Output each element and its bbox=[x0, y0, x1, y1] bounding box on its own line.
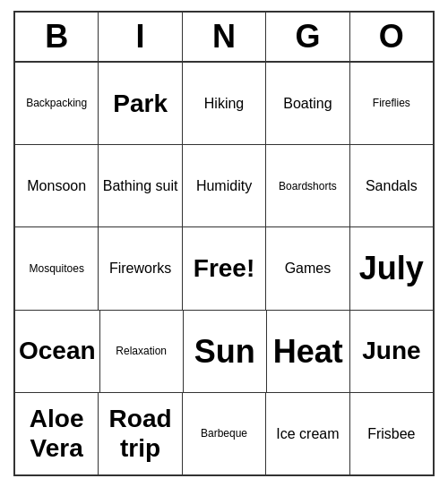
bingo-row-0: BackpackingParkHikingBoatingFireflies bbox=[15, 63, 433, 145]
bingo-cell-0-0: Backpacking bbox=[15, 63, 99, 144]
bingo-row-2: MosquitoesFireworksFree!GamesJuly bbox=[15, 227, 433, 310]
header-letter-O: O bbox=[350, 13, 433, 61]
bingo-cell-0-3: Boating bbox=[266, 63, 349, 144]
bingo-cell-1-1: Bathing suit bbox=[99, 145, 182, 226]
header-letter-B: B bbox=[15, 13, 99, 61]
bingo-cell-1-4: Sandals bbox=[350, 145, 433, 226]
bingo-cell-0-2: Hiking bbox=[183, 63, 266, 144]
bingo-grid: BackpackingParkHikingBoatingFirefliesMon… bbox=[15, 63, 433, 474]
bingo-cell-2-2: Free! bbox=[183, 227, 266, 309]
bingo-cell-2-3: Games bbox=[266, 227, 349, 309]
bingo-cell-3-3: Heat bbox=[267, 311, 350, 392]
bingo-cell-1-0: Monsoon bbox=[15, 145, 99, 226]
bingo-cell-1-3: Boardshorts bbox=[266, 145, 349, 226]
header-letter-I: I bbox=[99, 13, 182, 61]
bingo-cell-4-1: Road trip bbox=[99, 393, 182, 474]
bingo-cell-3-1: Relaxation bbox=[100, 311, 184, 392]
bingo-cell-0-4: Fireflies bbox=[350, 63, 433, 144]
bingo-row-4: Aloe VeraRoad tripBarbequeIce creamFrisb… bbox=[15, 393, 433, 474]
header-letter-G: G bbox=[266, 13, 349, 61]
bingo-cell-2-1: Fireworks bbox=[99, 227, 182, 309]
bingo-row-3: OceanRelaxationSunHeatJune bbox=[15, 311, 433, 393]
bingo-cell-0-1: Park bbox=[99, 63, 182, 144]
bingo-cell-4-2: Barbeque bbox=[183, 393, 266, 474]
bingo-cell-2-0: Mosquitoes bbox=[15, 227, 99, 309]
bingo-cell-1-2: Humidity bbox=[183, 145, 266, 226]
header-letter-N: N bbox=[183, 13, 266, 61]
bingo-cell-3-0: Ocean bbox=[15, 311, 100, 392]
bingo-row-1: MonsoonBathing suitHumidityBoardshortsSa… bbox=[15, 145, 433, 227]
bingo-cell-3-2: Sun bbox=[184, 311, 267, 392]
bingo-cell-4-0: Aloe Vera bbox=[15, 393, 99, 474]
bingo-card: BINGO BackpackingParkHikingBoatingFirefl… bbox=[13, 11, 435, 476]
bingo-cell-2-4: July bbox=[350, 227, 433, 309]
bingo-cell-4-3: Ice cream bbox=[266, 393, 349, 474]
bingo-cell-4-4: Frisbee bbox=[350, 393, 433, 474]
bingo-header: BINGO bbox=[15, 13, 433, 63]
bingo-cell-3-4: June bbox=[350, 311, 433, 392]
